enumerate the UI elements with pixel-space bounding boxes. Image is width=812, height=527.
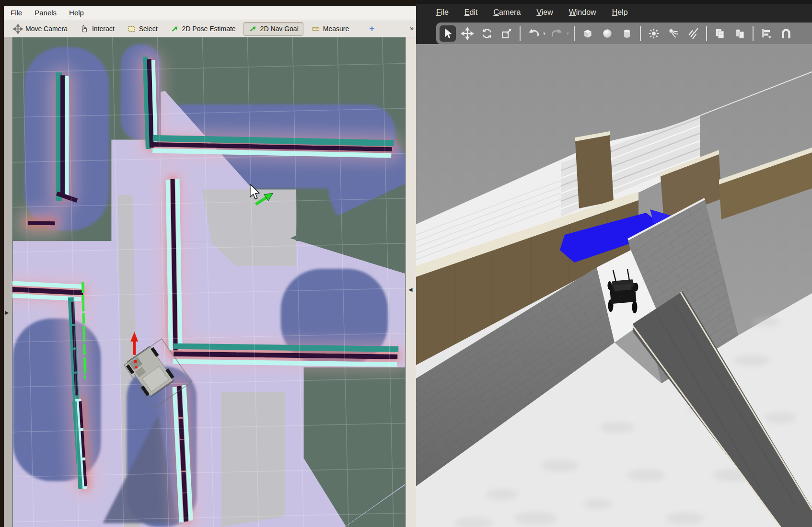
gazebo-menu-camera[interactable]: Camera bbox=[493, 8, 521, 17]
scale-icon[interactable] bbox=[499, 25, 515, 42]
rviz-3d-viewport[interactable] bbox=[12, 37, 406, 527]
toolbar-separator bbox=[574, 26, 575, 41]
move-camera-label: Move Camera bbox=[25, 25, 68, 33]
select-arrow-icon[interactable] bbox=[440, 25, 456, 42]
rviz-window: File Panels Help Move Camera bbox=[4, 0, 416, 527]
rviz-menu-file[interactable]: File bbox=[11, 9, 22, 17]
rviz-menu-help[interactable]: Help bbox=[69, 9, 84, 17]
pose-estimate-tool[interactable]: 2D Pose Estimate bbox=[165, 22, 241, 36]
move-camera-icon bbox=[13, 24, 23, 34]
interact-hand-icon bbox=[80, 24, 89, 34]
point-light-icon[interactable] bbox=[646, 25, 662, 42]
gazebo-toolbar-row: ▾ ▾ bbox=[416, 21, 812, 44]
toolbar-overflow-chevron[interactable]: » bbox=[410, 24, 414, 32]
gazebo-menu-window[interactable]: Window bbox=[569, 8, 596, 17]
undo-icon[interactable] bbox=[525, 25, 542, 42]
redo-dropdown-icon[interactable]: ▾ bbox=[567, 31, 569, 36]
stair-wall-left bbox=[575, 131, 614, 208]
dock-collapse-left-arrow[interactable]: ▶ bbox=[5, 309, 9, 316]
interact-label: Interact bbox=[92, 25, 115, 33]
select-tool[interactable]: Select bbox=[122, 22, 162, 36]
gazebo-menu-edit[interactable]: Edit bbox=[464, 8, 478, 17]
toolbar-separator bbox=[753, 26, 754, 41]
measure-tool[interactable]: Measure bbox=[306, 22, 354, 36]
gazebo-titlebar bbox=[416, 0, 812, 4]
gazebo-toolbar: ▾ ▾ bbox=[436, 23, 812, 44]
desktop-edge bbox=[0, 0, 4, 527]
gazebo-menu-file[interactable]: File bbox=[436, 8, 449, 17]
copy-icon[interactable] bbox=[712, 25, 728, 42]
box-icon[interactable] bbox=[580, 25, 596, 42]
sphere-icon[interactable] bbox=[599, 25, 615, 42]
rotate-icon[interactable] bbox=[479, 25, 495, 42]
pose-estimate-label: 2D Pose Estimate bbox=[182, 25, 236, 33]
rviz-left-dock-gutter: ▶ bbox=[4, 37, 12, 527]
measure-ruler-icon bbox=[311, 24, 320, 34]
rviz-menubar: File Panels Help bbox=[4, 6, 416, 20]
desktop: File Panels Help Move Camera bbox=[0, 0, 812, 527]
gazebo-3d-viewport[interactable] bbox=[416, 44, 812, 527]
toolbar-separator bbox=[520, 26, 521, 41]
toolbar-separator bbox=[706, 26, 707, 41]
snap-magnet-icon[interactable] bbox=[778, 25, 794, 42]
spot-light-icon[interactable] bbox=[665, 25, 682, 42]
toolbar-separator bbox=[640, 26, 641, 41]
pose-estimate-arrow-icon bbox=[170, 24, 179, 34]
rviz-right-dock-gutter: ◀ bbox=[406, 37, 416, 527]
translate-icon[interactable] bbox=[459, 25, 476, 42]
measure-label: Measure bbox=[323, 25, 349, 33]
nav-goal-tool[interactable]: 2D Nav Goal bbox=[244, 22, 303, 36]
rviz-toolbar: Move Camera Interact Select bbox=[4, 21, 416, 37]
rviz-menu-panels[interactable]: Panels bbox=[35, 9, 57, 17]
gazebo-scene bbox=[416, 44, 812, 527]
align-icon[interactable] bbox=[758, 25, 775, 42]
select-box-icon bbox=[127, 24, 136, 34]
cylinder-icon[interactable] bbox=[619, 25, 635, 42]
nav-goal-arrow-icon bbox=[248, 24, 257, 34]
rviz-titlebar bbox=[4, 0, 416, 6]
gazebo-window: File Edit Camera View Window Help bbox=[416, 0, 812, 527]
dock-collapse-right-arrow[interactable]: ◀ bbox=[408, 286, 412, 293]
select-label: Select bbox=[139, 25, 158, 33]
add-tool-button[interactable]: + bbox=[369, 23, 374, 34]
gazebo-menu-help[interactable]: Help bbox=[612, 8, 628, 17]
nav-goal-label: 2D Nav Goal bbox=[260, 25, 299, 33]
rviz-content: ▶ bbox=[4, 37, 416, 527]
costmap-canvas bbox=[12, 37, 406, 527]
gazebo-menu-view[interactable]: View bbox=[536, 8, 553, 17]
move-camera-tool[interactable]: Move Camera bbox=[9, 22, 72, 36]
paste-icon[interactable] bbox=[731, 25, 748, 42]
interact-tool[interactable]: Interact bbox=[75, 22, 119, 36]
directional-light-icon[interactable] bbox=[685, 25, 701, 42]
undo-dropdown-icon[interactable]: ▾ bbox=[543, 31, 545, 36]
redo-icon[interactable] bbox=[549, 25, 565, 42]
gazebo-menubar: File Edit Camera View Window Help bbox=[416, 4, 812, 21]
